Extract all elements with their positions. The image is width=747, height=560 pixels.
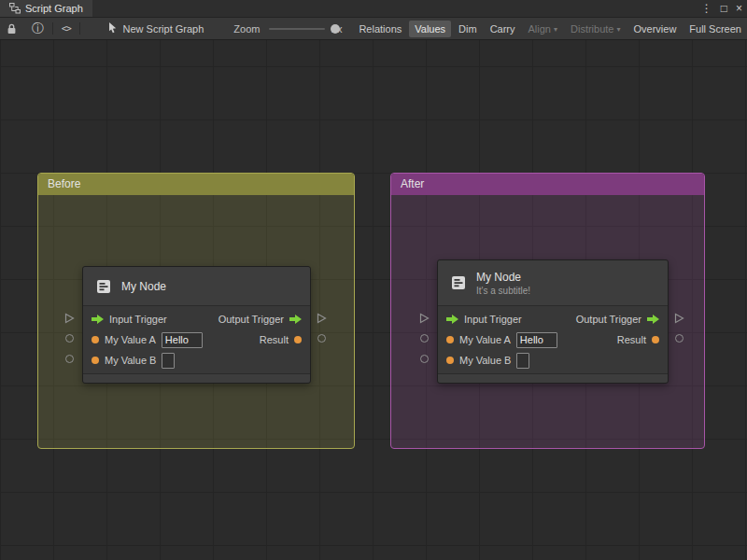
port-row-value-b: My Value B (83, 350, 310, 371)
value-port-icon[interactable] (446, 336, 454, 343)
value-b-input[interactable] (162, 353, 175, 369)
distribute-button[interactable]: Distribute ▾ (565, 21, 626, 37)
zoom-slider-handle[interactable] (331, 24, 340, 34)
value-port-icon[interactable] (294, 336, 302, 343)
new-script-graph-label: New Script Graph (123, 23, 204, 35)
chevron-down-icon: ▾ (616, 25, 620, 34)
zoom-label: Zoom (233, 23, 260, 35)
tab-script-graph[interactable]: Script Graph (0, 0, 92, 17)
unit-icon (94, 277, 113, 296)
value-a-input[interactable] (162, 332, 203, 348)
chevron-down-icon: ▾ (554, 25, 557, 34)
value-a-input[interactable] (516, 332, 557, 348)
value-port-icon[interactable] (92, 336, 99, 343)
group-after-title: After (401, 177, 424, 190)
unit-icon (449, 273, 468, 292)
node-body: Input Trigger Output Trigger My Value A … (83, 306, 310, 373)
node-my-node-before[interactable]: My Node Input Trigger Output Trigger My … (82, 266, 311, 384)
group-before-title: Before (48, 177, 80, 190)
relations-button[interactable]: Relations (353, 21, 407, 37)
external-value-port[interactable] (317, 334, 326, 343)
menu-kebab-icon[interactable]: ⋮ (701, 3, 712, 14)
flow-out-port-icon[interactable] (289, 315, 302, 324)
external-value-port[interactable] (420, 334, 429, 343)
group-before-header[interactable]: Before (38, 174, 354, 195)
window-tab-bar: Script Graph ⋮ □ × (0, 0, 747, 18)
result-label: Result (260, 334, 289, 345)
value-b-label: My Value B (459, 355, 511, 366)
result-label: Result (617, 334, 646, 345)
zoom-slider[interactable] (269, 22, 324, 35)
close-icon[interactable]: × (736, 3, 742, 14)
carry-button[interactable]: Carry (485, 21, 521, 37)
new-script-graph-button[interactable]: New Script Graph (108, 22, 204, 35)
external-value-port[interactable] (65, 334, 74, 343)
port-row-value-b: My Value B (438, 350, 668, 371)
node-title: My Node (121, 280, 166, 293)
values-button[interactable]: Values (409, 21, 451, 37)
port-row-trigger: Input Trigger Output Trigger (438, 309, 668, 329)
fullscreen-button[interactable]: Full Screen (684, 21, 747, 37)
toolbar-separator (52, 22, 53, 35)
align-button[interactable]: Align ▾ (523, 21, 563, 37)
group-after-header[interactable]: After (391, 174, 704, 195)
node-body: Input Trigger Output Trigger My Value A … (438, 306, 668, 373)
port-row-trigger: Input Trigger Output Trigger (83, 309, 310, 329)
node-title: My Node (476, 271, 530, 284)
info-icon[interactable]: ⓘ (29, 21, 47, 37)
external-flow-port[interactable] (674, 313, 684, 324)
script-graph-icon (9, 3, 21, 14)
graph-toolbar: ⓘ <> New Script Graph Zoom 1x Relations … (0, 18, 747, 40)
node-subtitle: It's a subtitle! (476, 286, 530, 296)
dim-button[interactable]: Dim (453, 21, 483, 37)
external-value-port[interactable] (65, 355, 74, 363)
tab-title: Script Graph (25, 3, 83, 14)
flow-in-port-icon[interactable] (446, 315, 458, 324)
toolbar-separator (79, 22, 80, 35)
window-controls: ⋮ □ × (701, 0, 742, 17)
align-label: Align (529, 23, 551, 35)
node-my-node-after[interactable]: My Node It's a subtitle! Input Trigger O… (437, 259, 669, 384)
distribute-label: Distribute (571, 23, 613, 35)
node-footer (438, 373, 668, 383)
output-trigger-label: Output Trigger (576, 314, 641, 325)
external-flow-port[interactable] (419, 313, 430, 324)
value-b-input[interactable] (516, 353, 529, 369)
pointer-icon (108, 22, 118, 35)
flow-out-port-icon[interactable] (647, 315, 659, 324)
lock-icon[interactable] (4, 21, 20, 37)
node-header[interactable]: My Node (83, 267, 310, 306)
external-value-port[interactable] (675, 334, 684, 343)
zoom-slider-track[interactable] (269, 28, 324, 30)
value-port-icon[interactable] (652, 336, 659, 343)
input-trigger-label: Input Trigger (464, 314, 522, 325)
value-a-label: My Value A (459, 334, 511, 345)
value-a-label: My Value A (105, 334, 156, 345)
output-trigger-label: Output Trigger (218, 314, 284, 325)
input-trigger-label: Input Trigger (109, 314, 167, 325)
maximize-icon[interactable]: □ (721, 3, 727, 14)
node-header[interactable]: My Node It's a subtitle! (438, 260, 668, 306)
flow-in-port-icon[interactable] (92, 315, 104, 324)
node-footer (83, 373, 310, 383)
port-row-value-a: My Value A Result (83, 329, 310, 350)
graph-canvas[interactable]: Before After My Node I (0, 40, 747, 560)
code-icon[interactable]: <> (59, 21, 74, 37)
overview-button[interactable]: Overview (628, 21, 683, 37)
value-port-icon[interactable] (446, 357, 454, 364)
value-port-icon[interactable] (92, 357, 99, 364)
external-flow-port[interactable] (64, 313, 75, 324)
port-row-value-a: My Value A Result (438, 329, 668, 350)
external-flow-port[interactable] (317, 313, 327, 324)
value-b-label: My Value B (105, 355, 156, 366)
external-value-port[interactable] (420, 355, 429, 363)
